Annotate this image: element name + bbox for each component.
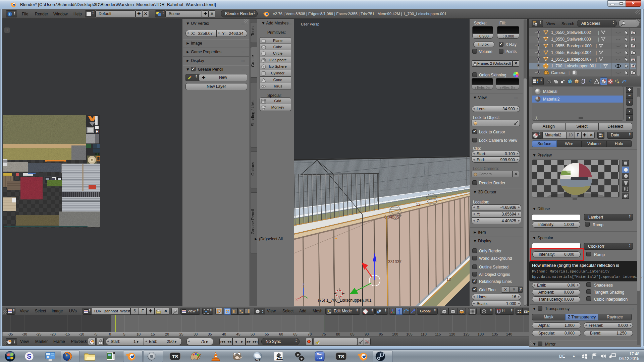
svg-text:(75) 1_700_Lokschuppen.001: (75) 1_700_Lokschuppen.001 bbox=[318, 298, 372, 303]
svg-text:331337: 331337 bbox=[388, 259, 401, 264]
svg-text:12: 12 bbox=[446, 277, 451, 282]
svg-text:0.04585: 0.04585 bbox=[384, 215, 399, 220]
svg-text:S: S bbox=[27, 353, 31, 360]
svg-text:X: X bbox=[296, 298, 298, 302]
svg-text:Z: Z bbox=[302, 283, 304, 287]
svg-text:H: H bbox=[96, 129, 99, 134]
svg-text:Roc: Roc bbox=[317, 353, 322, 356]
svg-text:PRO: PRO bbox=[256, 359, 259, 361]
svg-text:rail: rail bbox=[317, 357, 322, 360]
svg-text:12: 12 bbox=[416, 202, 421, 207]
svg-text:TS: TS bbox=[172, 354, 178, 359]
svg-text:i: i bbox=[9, 12, 10, 16]
svg-text:TS: TS bbox=[338, 354, 344, 359]
svg-text:21: 21 bbox=[279, 357, 283, 360]
